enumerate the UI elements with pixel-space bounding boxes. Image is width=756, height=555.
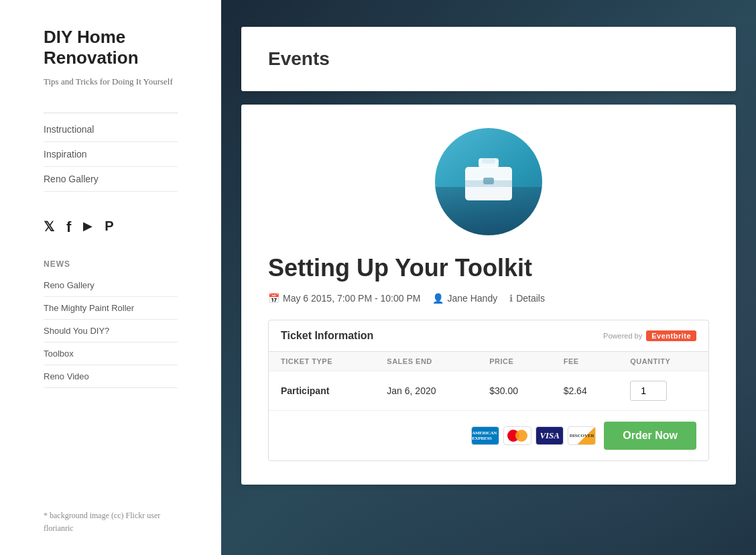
visa-icon: VISA bbox=[536, 426, 564, 445]
col-price: PRICE bbox=[477, 352, 551, 371]
person-icon: 👤 bbox=[432, 293, 444, 304]
youtube-icon[interactable]: ▶ bbox=[83, 219, 92, 236]
events-header-box: Events bbox=[241, 27, 736, 91]
event-organizer-item: 👤 Jane Handy bbox=[432, 293, 497, 304]
eventbrite-badge: Eventbrite bbox=[646, 330, 696, 341]
twitter-icon[interactable]: 𝕏 bbox=[44, 219, 54, 236]
powered-by-label: Powered by bbox=[603, 332, 642, 340]
sidebar-item-reno-gallery[interactable]: Reno Gallery bbox=[44, 167, 178, 192]
calendar-icon: 📅 bbox=[268, 293, 279, 304]
mastercard-icon bbox=[503, 426, 531, 445]
svg-rect-1 bbox=[482, 158, 495, 164]
nav-section: Instructional Inspiration Reno Gallery bbox=[44, 117, 178, 192]
ticket-box: Ticket Information Powered by Eventbrite… bbox=[268, 320, 709, 461]
nav-divider-top bbox=[44, 113, 178, 113]
main-content: Events bbox=[221, 0, 756, 555]
ticket-sales-end-cell: Jan 6, 2020 bbox=[375, 371, 477, 411]
news-list: Reno Gallery The Mighty Paint Roller Sho… bbox=[44, 274, 178, 388]
ticket-quantity-cell[interactable] bbox=[618, 371, 708, 411]
ticket-table: TICKET TYPE SALES END PRICE FEE QUANTITY… bbox=[269, 352, 708, 411]
news-item-reno-video[interactable]: Reno Video bbox=[44, 365, 178, 388]
ticket-footer: AMERICAN EXPRESS VISA DIS bbox=[269, 411, 708, 460]
event-date: May 6 2015, 7:00 PM - 10:00 PM bbox=[283, 293, 420, 304]
news-item-reno-gallery[interactable]: Reno Gallery bbox=[44, 274, 178, 297]
facebook-icon[interactable]: f bbox=[66, 219, 71, 236]
ticket-row: Participant Jan 6, 2020 $30.00 $2.64 bbox=[269, 371, 708, 411]
news-item-should-diy[interactable]: Should You DIY? bbox=[44, 320, 178, 343]
ticket-price-cell: $30.00 bbox=[477, 371, 551, 411]
details-link[interactable]: Details bbox=[516, 293, 545, 304]
col-sales-end: SALES END bbox=[375, 352, 477, 371]
powered-by: Powered by Eventbrite bbox=[603, 330, 696, 341]
order-now-button[interactable]: Order Now bbox=[604, 422, 696, 450]
event-icon-wrapper bbox=[268, 128, 709, 235]
event-details-item[interactable]: ℹ Details bbox=[509, 293, 545, 304]
sidebar: DIY Home Renovation Tips and Tricks for … bbox=[0, 0, 221, 555]
ticket-fee-cell: $2.64 bbox=[552, 371, 619, 411]
footer-note: * background image (cc) Flickr user flor… bbox=[44, 489, 178, 535]
ticket-table-header-row: TICKET TYPE SALES END PRICE FEE QUANTITY bbox=[269, 352, 708, 371]
event-card: Setting Up Your Toolkit 📅 May 6 2015, 7:… bbox=[241, 105, 736, 485]
event-date-item: 📅 May 6 2015, 7:00 PM - 10:00 PM bbox=[268, 293, 420, 304]
news-label: NEWS bbox=[44, 259, 178, 269]
site-tagline: Tips and Tricks for Doing It Yourself bbox=[44, 75, 178, 88]
news-item-toolbox[interactable]: Toolbox bbox=[44, 343, 178, 365]
pinterest-icon[interactable]: P bbox=[105, 219, 113, 236]
ticket-type-cell: Participant bbox=[269, 371, 375, 411]
amex-icon: AMERICAN EXPRESS bbox=[471, 426, 499, 445]
sidebar-item-inspiration[interactable]: Inspiration bbox=[44, 142, 178, 167]
quantity-input[interactable] bbox=[630, 381, 667, 401]
toolbox-icon bbox=[458, 155, 519, 208]
svg-rect-4 bbox=[483, 178, 494, 184]
site-title: DIY Home Renovation bbox=[44, 27, 178, 68]
event-meta: 📅 May 6 2015, 7:00 PM - 10:00 PM 👤 Jane … bbox=[268, 293, 709, 304]
event-organizer: Jane Handy bbox=[447, 293, 497, 304]
news-item-paint-roller[interactable]: The Mighty Paint Roller bbox=[44, 297, 178, 320]
discover-icon: DISCOVER bbox=[568, 426, 596, 445]
col-ticket-type: TICKET TYPE bbox=[269, 352, 375, 371]
ticket-header: Ticket Information Powered by Eventbrite bbox=[269, 320, 708, 352]
events-page-title: Events bbox=[268, 48, 709, 70]
col-fee: FEE bbox=[552, 352, 619, 371]
info-icon: ℹ bbox=[509, 293, 513, 304]
sidebar-item-instructional[interactable]: Instructional bbox=[44, 117, 178, 142]
toolbox-icon-circle bbox=[435, 128, 542, 235]
payment-icons: AMERICAN EXPRESS VISA DIS bbox=[471, 426, 596, 445]
social-icons-group: 𝕏 f ▶ P bbox=[44, 219, 178, 236]
content-wrapper: Events bbox=[221, 0, 756, 511]
col-quantity: QUANTITY bbox=[618, 352, 708, 371]
event-name: Setting Up Your Toolkit bbox=[268, 254, 709, 282]
ticket-header-title: Ticket Information bbox=[281, 330, 373, 342]
